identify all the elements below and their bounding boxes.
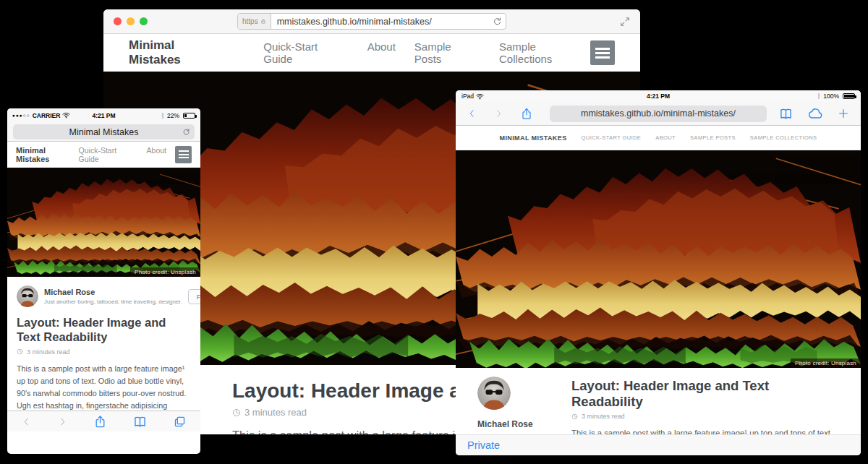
bluetooth-icon: ᛒ (817, 93, 821, 100)
nav-link-sample-posts[interactable]: Sample Posts (414, 40, 480, 65)
author-text: Michael Rose Just another boring, tattoo… (44, 288, 182, 305)
read-time: 3 minutes read (571, 413, 842, 420)
wifi-icon (476, 93, 484, 100)
url-text: mmistakes.github.io/minimal-mistakes/ (581, 108, 736, 119)
battery-icon (183, 113, 195, 119)
tabs-icon[interactable] (174, 416, 186, 428)
share-button[interactable] (521, 107, 532, 121)
status-time: 4:21 PM (92, 112, 115, 119)
menu-toggle-button[interactable] (590, 40, 615, 65)
battery-icon (843, 93, 855, 99)
window-controls (114, 17, 148, 25)
close-window-button[interactable] (114, 17, 122, 25)
icloud-tabs-icon[interactable] (807, 108, 823, 119)
bluetooth-icon: ᛒ (161, 112, 165, 119)
battery-percent: 100% (823, 93, 839, 100)
safari-bottom-toolbar (7, 411, 200, 431)
leaves-photo (7, 168, 200, 277)
responsive-mockup-canvas: https mmistakes.github.io/minimal-mistak… (0, 0, 868, 464)
photo-credit-badge: Photo credit: Unsplash (791, 358, 861, 368)
iphone-url-bar: Minimal Mistakes (7, 122, 200, 142)
desktop-titlebar: https mmistakes.github.io/minimal-mistak… (103, 9, 640, 34)
new-tab-icon[interactable] (838, 108, 849, 119)
bookmarks-icon[interactable] (779, 108, 793, 120)
nav-link-about[interactable]: ABOUT (655, 134, 676, 141)
hamburger-icon (179, 150, 189, 158)
clock-icon (232, 408, 241, 417)
author-bio: Just another boring, tattooed, time trav… (44, 298, 182, 305)
nav-link-quick-start[interactable]: Quick-Start Guide (79, 146, 135, 163)
status-time: 4:21 PM (647, 93, 670, 100)
address-bar[interactable]: https mmistakes.github.io/minimal-mistak… (237, 13, 506, 30)
status-right: ᛒ 22% (161, 112, 195, 119)
lock-icon (260, 18, 266, 25)
feature-image-ipad: Photo credit: Unsplash (456, 150, 861, 368)
nav-link-about[interactable]: About (367, 40, 396, 65)
wifi-icon (62, 112, 70, 119)
iphone-address-field[interactable]: Minimal Mistakes (13, 124, 195, 139)
post-title: Layout: Header Image and Text Readabilit… (571, 378, 842, 410)
follow-button[interactable]: Follow (188, 289, 200, 304)
hamburger-icon (595, 48, 610, 59)
photo-credit-badge: Photo credit: Unsplash (130, 267, 200, 277)
nav-link-quick-start[interactable]: QUICK-START GUIDE (582, 134, 642, 141)
feature-image-iphone: Photo credit: Unsplash (7, 168, 200, 277)
article-main: Layout: Header Image and Text Readabilit… (571, 377, 842, 434)
iphone-screen: ●●●○○ CARRIER 4:21 PM ᛒ 22% Minimal Mist… (7, 108, 200, 454)
share-icon[interactable] (94, 415, 106, 429)
safari-toolbar: mmistakes.github.io/minimal-mistakes/ (456, 102, 861, 126)
site-brand[interactable]: Minimal Mistakes (129, 38, 229, 67)
back-button[interactable] (467, 108, 477, 119)
iphone-status-bar: ●●●○○ CARRIER 4:21 PM ᛒ 22% (7, 108, 200, 122)
toolbar-right-icons (779, 108, 849, 120)
post-title: Layout: Header Image and Text Readabilit… (17, 316, 191, 345)
nav-links: Quick-Start Guide About (79, 146, 166, 163)
back-icon (467, 108, 477, 119)
nav-link-sample-collections[interactable]: SAMPLE COLLECTIONS (750, 134, 817, 141)
bookmarks-icon[interactable] (133, 416, 147, 428)
ipad-site-nav: MINIMAL MISTAKES QUICK-START GUIDE ABOUT… (456, 126, 861, 150)
post-body: This is a sample post with a large featu… (571, 426, 842, 434)
avatar-image (477, 377, 511, 410)
forward-icon[interactable] (58, 416, 67, 427)
nav-links: Quick-Start Guide About Sample Posts Sam… (263, 40, 590, 65)
url-text: mmistakes.github.io/minimal-mistakes/ (271, 17, 493, 27)
leaves-photo (456, 150, 861, 368)
fullscreen-icon[interactable] (620, 17, 630, 27)
ipad-screen: iPad 4:21 PM ᛒ 100% mmistakes.github.io/… (456, 90, 861, 455)
iphone-site-nav: Minimal Mistakes Quick-Start Guide About (7, 142, 200, 168)
private-browsing-bar: Private (456, 434, 861, 455)
nav-link-sample-posts[interactable]: SAMPLE POSTS (690, 134, 736, 141)
clock-icon (571, 413, 578, 420)
reload-icon[interactable] (493, 17, 502, 26)
iphone-article: Michael Rose Just another boring, tattoo… (7, 277, 200, 431)
device-label: iPad (461, 93, 474, 100)
back-icon[interactable] (22, 416, 31, 427)
avatar (477, 377, 511, 410)
nav-link-sample-collections[interactable]: Sample Collections (499, 40, 590, 65)
ipad-article: Michael Rose Just another boring, tattoo… (456, 368, 861, 434)
clock-icon (17, 348, 23, 355)
nav-link-about[interactable]: About (147, 146, 166, 163)
site-brand[interactable]: MINIMAL MISTAKES (500, 134, 567, 142)
ipad-status-bar: iPad 4:21 PM ᛒ 100% (456, 90, 861, 102)
zoom-window-button[interactable] (140, 17, 148, 25)
nav-link-quick-start[interactable]: Quick-Start Guide (263, 40, 348, 65)
author-name: Michael Rose (44, 288, 182, 297)
carrier-label: CARRIER (33, 112, 61, 119)
site-brand[interactable]: Minimal Mistakes (16, 146, 79, 163)
status-right: ᛒ 100% (817, 93, 855, 100)
private-toggle[interactable]: Private (467, 439, 500, 451)
battery-percent: 22% (167, 112, 179, 119)
author-row: Michael Rose Just another boring, tattoo… (17, 285, 191, 307)
minimize-window-button[interactable] (127, 17, 135, 25)
avatar (17, 285, 38, 307)
ipad-address-field[interactable]: mmistakes.github.io/minimal-mistakes/ (550, 106, 767, 122)
share-icon (521, 107, 532, 121)
reload-icon[interactable] (182, 128, 190, 136)
signal-strength-icon: ●●●○○ (12, 113, 30, 118)
forward-button[interactable] (494, 108, 503, 119)
read-time: 3 minutes read (17, 348, 191, 356)
menu-toggle-button[interactable] (175, 146, 192, 163)
author-name: Michael Rose (477, 419, 553, 429)
